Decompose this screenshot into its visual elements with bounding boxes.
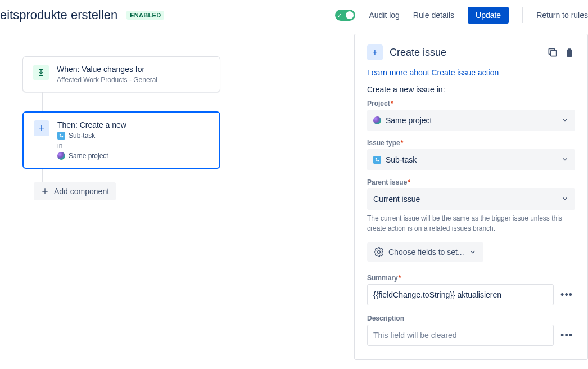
project-icon [57,152,65,160]
plus-icon: + [367,44,383,60]
action-project-label: Same project [69,152,108,160]
chevron-down-icon [561,195,569,204]
more-icon[interactable]: ••• [558,330,575,341]
action-type-label: Sub-task [69,132,95,140]
description-input[interactable] [367,325,554,346]
description-label: Description [367,314,575,322]
issue-type-select[interactable]: Sub-task [367,149,575,170]
plus-icon: + [34,120,49,136]
trigger-body: When: Value changes for Affected Work Pr… [57,65,157,84]
issue-type-label: Issue type* [367,139,575,147]
parent-issue-label: Parent issue* [367,178,575,186]
learn-more-link[interactable]: Learn more about Create issue action [367,68,575,77]
connector-line [42,92,43,111]
svg-rect-4 [378,160,379,162]
audit-log-link[interactable]: Audit log [369,11,399,20]
page-title: eitsprodukte erstellen [0,8,117,22]
issue-type-value: Sub-task [386,155,417,164]
summary-row: ••• [367,284,575,305]
parent-issue-helper: The current issue will be the same as th… [367,213,575,233]
panel-header: + Create issue [367,44,575,60]
chevron-down-icon [561,155,569,165]
action-project-chip: Same project [57,152,126,160]
svg-rect-2 [551,51,557,56]
rule-canvas: When: Value changes for Affected Work Pr… [0,34,354,360]
trigger-subtitle: Affected Work Products - General [57,76,157,84]
summary-input[interactable] [367,284,554,305]
project-select[interactable]: Same project [367,110,575,131]
panel-header-actions [547,47,575,58]
return-to-rules-link[interactable]: Return to rules [536,11,588,20]
action-title: Then: Create a new [57,120,126,129]
subtask-icon [373,156,381,164]
config-panel: + Create issue Learn more about Create i… [354,34,588,360]
trigger-icon [33,65,49,80]
enabled-badge: ENABLED [126,11,164,20]
parent-issue-select[interactable]: Current issue [367,188,575,210]
section-heading: Create a new issue in: [367,85,575,94]
subtask-icon [57,132,65,140]
action-body: Then: Create a new Sub-task in Same proj… [57,120,126,160]
gear-icon [374,247,384,257]
svg-rect-3 [376,158,377,160]
trigger-title: When: Value changes for [57,65,157,74]
description-row: ••• [367,325,575,346]
more-icon[interactable]: ••• [558,289,575,301]
page-header: eitsprodukte erstellen ENABLED ✓ Audit l… [0,0,588,34]
project-value: Same project [386,116,432,125]
check-icon: ✓ [337,12,342,19]
action-node[interactable]: + Then: Create a new Sub-task in Same pr… [22,111,220,169]
svg-point-5 [378,251,381,254]
panel-header-left: + Create issue [367,44,446,60]
svg-rect-1 [62,136,64,138]
header-right: ✓ Audit log Rule details Update Return t… [335,7,588,24]
svg-rect-0 [60,134,61,136]
rule-details-link[interactable]: Rule details [413,11,454,20]
choose-fields-button[interactable]: Choose fields to set... [367,242,483,262]
trigger-node[interactable]: When: Value changes for Affected Work Pr… [22,56,220,92]
chevron-down-icon [469,248,477,256]
plus-icon [40,187,49,196]
panel-title: Create issue [390,47,446,58]
summary-label: Summary* [367,274,575,282]
add-component-label: Add component [54,187,109,196]
chevron-down-icon [561,116,569,125]
add-component-button[interactable]: Add component [34,182,116,200]
parent-issue-value: Current issue [373,195,420,204]
trash-icon[interactable] [564,47,575,58]
choose-fields-label: Choose fields to set... [388,248,464,256]
toggle-knob [346,11,354,19]
project-label: Project* [367,100,575,107]
action-type-chip: Sub-task [57,132,126,140]
connector-line [42,169,43,182]
copy-icon[interactable] [547,47,558,58]
rule-enabled-toggle[interactable]: ✓ [335,10,355,21]
main: When: Value changes for Affected Work Pr… [0,34,588,360]
divider [522,7,523,23]
action-in-label: in [57,142,126,150]
project-icon [373,116,381,124]
header-left: eitsprodukte erstellen ENABLED [0,8,164,22]
update-button[interactable]: Update [468,7,509,24]
